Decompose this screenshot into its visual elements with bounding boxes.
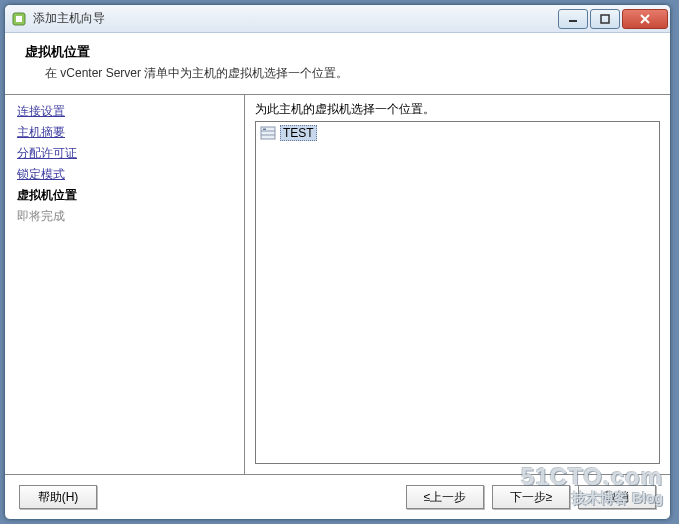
step-ready-complete: 即将完成 [17,206,232,227]
page-description: 在 vCenter Server 清单中为主机的虚拟机选择一个位置。 [45,65,654,82]
tree-item-label: TEST [280,125,317,141]
wizard-window: 添加主机向导 虚拟机位置 在 vCenter Server 清单中为主机的虚拟机… [4,4,671,520]
next-button[interactable]: 下一步≥ [492,485,570,509]
content-pane: 为此主机的虚拟机选择一个位置。 TEST [245,95,670,474]
step-connection-settings[interactable]: 连接设置 [17,101,232,122]
nav-button-group: ≤上一步 下一步≥ 取消 [406,485,656,509]
location-tree[interactable]: TEST [255,121,660,464]
close-button[interactable] [622,9,668,29]
maximize-button[interactable] [590,9,620,29]
help-button[interactable]: 帮助(H) [19,485,97,509]
step-assign-license[interactable]: 分配许可证 [17,143,232,164]
datacenter-icon [260,126,276,140]
app-icon [11,11,27,27]
minimize-button[interactable] [558,9,588,29]
back-button[interactable]: ≤上一步 [406,485,484,509]
tree-item-datacenter[interactable]: TEST [258,124,657,142]
cancel-button[interactable]: 取消 [578,485,656,509]
step-lockdown-mode[interactable]: 锁定模式 [17,164,232,185]
location-prompt: 为此主机的虚拟机选择一个位置。 [255,101,660,118]
main-content: 连接设置 主机摘要 分配许可证 锁定模式 虚拟机位置 即将完成 为此主机的虚拟机… [5,95,670,474]
svg-rect-1 [16,16,22,22]
page-title: 虚拟机位置 [25,43,654,61]
svg-rect-3 [601,15,609,23]
window-title: 添加主机向导 [33,10,558,27]
step-vm-location: 虚拟机位置 [17,185,232,206]
wizard-steps-sidebar: 连接设置 主机摘要 分配许可证 锁定模式 虚拟机位置 即将完成 [5,95,245,474]
button-bar: 帮助(H) ≤上一步 下一步≥ 取消 [5,474,670,519]
titlebar[interactable]: 添加主机向导 [5,5,670,33]
wizard-header: 虚拟机位置 在 vCenter Server 清单中为主机的虚拟机选择一个位置。 [5,33,670,94]
svg-rect-9 [263,129,266,131]
step-host-summary[interactable]: 主机摘要 [17,122,232,143]
window-controls [558,9,668,29]
